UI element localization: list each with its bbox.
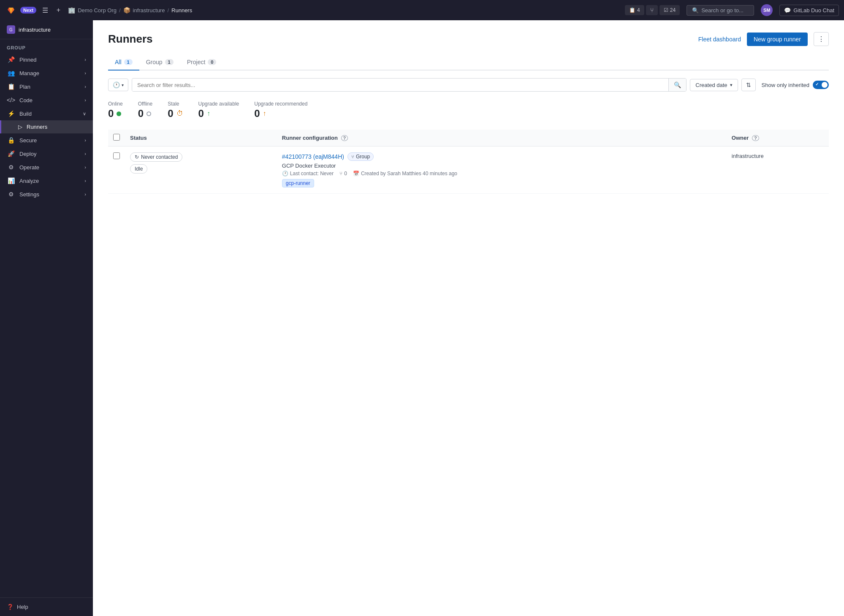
tab-project-label: Project — [187, 59, 206, 65]
jobs-count: 0 — [344, 171, 347, 176]
tab-project[interactable]: Project 0 — [180, 54, 223, 71]
created-date-label: Created date — [695, 82, 727, 88]
chevron-right-icon: › — [84, 71, 86, 76]
calendar-icon: 📅 — [353, 171, 359, 176]
user-avatar[interactable]: SM — [761, 4, 773, 16]
chevron-right-icon: › — [84, 165, 86, 170]
stat-stale: Stale 0 ⏱ — [168, 101, 183, 119]
stat-stale-label: Stale — [168, 101, 183, 107]
sidebar-item-runners-label: Runners — [27, 124, 47, 130]
settings-icon: ⚙ — [7, 191, 15, 198]
runner-description: GCP Docker Executor — [282, 163, 722, 169]
todo-icon: 📋 — [629, 7, 635, 13]
tab-all[interactable]: All 1 — [108, 54, 139, 71]
chevron-right-icon: › — [84, 98, 86, 103]
sidebar-item-build-label: Build — [19, 111, 32, 117]
group-type-icon: ⑂ — [351, 154, 354, 159]
stat-upgrade-recommended: Upgrade recommended 0 ↑ — [254, 101, 307, 119]
select-all-checkbox[interactable] — [113, 134, 120, 141]
tab-all-badge: 1 — [124, 59, 133, 65]
sidebar-item-deploy[interactable]: 🚀 Deploy › — [0, 147, 93, 160]
clock-icon: 🕐 — [282, 171, 288, 176]
created-info: 📅 Created by Sarah Matthies 40 minutes a… — [353, 171, 457, 176]
counter-issues-btn[interactable]: ☑ 24 — [659, 5, 680, 15]
sidebar-item-secure[interactable]: 🔒 Secure › — [0, 133, 93, 147]
duo-chat-label: GitLab Duo Chat — [793, 7, 834, 14]
upgrade-recommended-icon: ↑ — [263, 110, 266, 117]
sidebar-item-settings-label: Settings — [19, 191, 39, 198]
runner-tag: gcp-runner — [282, 179, 314, 187]
chevron-down-icon: ∨ — [83, 111, 86, 117]
global-search-btn[interactable]: 🔍 Search or go to... — [687, 5, 754, 16]
tab-group[interactable]: Group 1 — [139, 54, 180, 71]
secure-icon: 🔒 — [7, 137, 15, 144]
mr-icon: ⑂ — [650, 7, 654, 14]
sidebar-toggle-btn[interactable]: ☰ — [40, 5, 51, 16]
breadcrumb-group[interactable]: infrastructure — [133, 7, 165, 14]
owner-name: infrastructure — [732, 153, 764, 159]
never-contacted-badge: ↻ Never contacted — [130, 152, 182, 162]
main-content: Runners Fleet dashboard New group runner… — [93, 20, 844, 616]
sidebar-section-label: Group — [0, 39, 93, 53]
inherited-toggle[interactable]: ✓ — [813, 81, 829, 89]
col-checkbox — [108, 130, 125, 147]
counter-mr-btn[interactable]: ⑂ — [646, 5, 658, 15]
help-label: Help — [17, 604, 28, 610]
new-group-runner-btn[interactable]: New group runner — [747, 33, 808, 46]
more-options-btn[interactable]: ⋮ — [814, 32, 829, 46]
sidebar-item-manage-label: Manage — [19, 70, 39, 76]
breadcrumb-org[interactable]: Demo Corp Org — [78, 7, 117, 14]
filter-search-input[interactable] — [132, 79, 668, 91]
gitlab-logo[interactable] — [5, 4, 17, 16]
sort-btn[interactable]: ⇅ — [741, 79, 756, 91]
sidebar-help[interactable]: ❓ Help — [0, 597, 93, 616]
sidebar-item-manage[interactable]: 👥 Manage › — [0, 66, 93, 80]
show-inherited-container: Show only inherited ✓ — [762, 81, 829, 89]
created-text: Created by Sarah Matthies 40 minutes ago — [361, 171, 457, 176]
row-select-checkbox[interactable] — [113, 152, 120, 159]
tab-all-label: All — [115, 59, 122, 65]
runner-name-row: #42100773 (eajM844H) ⑂ Group — [282, 152, 722, 161]
chevron-down-icon: ▾ — [730, 82, 733, 88]
sidebar-item-pinned[interactable]: 📌 Pinned › — [0, 53, 93, 66]
sidebar-item-code[interactable]: </> Code › — [0, 93, 93, 107]
stat-online-value: 0 — [108, 108, 114, 119]
sidebar-item-plan-label: Plan — [19, 84, 30, 90]
sidebar-item-code-label: Code — [19, 97, 33, 103]
new-item-btn[interactable]: + — [54, 5, 63, 16]
sidebar-item-settings[interactable]: ⚙ Settings › — [0, 187, 93, 201]
filter-search-submit-btn[interactable]: 🔍 — [668, 79, 686, 91]
counter-todo-btn[interactable]: 📋 4 — [625, 5, 644, 15]
online-dot — [117, 111, 121, 116]
never-contacted-label: Never contacted — [141, 154, 178, 160]
row-config-cell: #42100773 (eajM844H) ⑂ Group GCP Docker … — [277, 147, 727, 194]
runner-link[interactable]: #42100773 (eajM844H) — [282, 153, 344, 160]
fleet-dashboard-btn[interactable]: Fleet dashboard — [698, 36, 741, 43]
never-contacted-icon: ↻ — [135, 154, 139, 160]
runners-table: Status Runner configuration ? Owner ? — [108, 130, 829, 194]
duo-chat-btn[interactable]: 💬 GitLab Duo Chat — [779, 5, 839, 16]
sidebar-item-runners[interactable]: ▷ Runners — [0, 120, 93, 133]
filter-history-btn[interactable]: 🕐 ▾ — [108, 79, 128, 91]
runner-meta-row: 🕐 Last contact: Never ⑂ 0 📅 Created by S — [282, 171, 722, 176]
manage-icon: 👥 — [7, 70, 15, 76]
plan-icon: 📋 — [7, 83, 15, 90]
sidebar-item-plan[interactable]: 📋 Plan › — [0, 80, 93, 93]
toggle-check-icon: ✓ — [815, 82, 819, 87]
group-icon: G — [7, 25, 15, 34]
stat-online: Online 0 — [108, 101, 123, 119]
code-icon: </> — [7, 97, 15, 103]
show-inherited-label: Show only inherited — [762, 82, 809, 88]
sidebar-item-analyze[interactable]: 📊 Analyze › — [0, 174, 93, 187]
sidebar-item-build[interactable]: ⚡ Build ∨ — [0, 107, 93, 120]
sidebar-item-secure-label: Secure — [19, 137, 37, 144]
jobs-info: ⑂ 0 — [339, 171, 347, 176]
runner-config-help-icon[interactable]: ? — [341, 135, 348, 141]
sidebar-item-operate[interactable]: ⚙ Operate › — [0, 160, 93, 174]
breadcrumb-current: Runners — [171, 7, 192, 14]
help-icon: ❓ — [7, 604, 14, 610]
issues-count: 24 — [670, 7, 676, 13]
owner-help-icon[interactable]: ? — [752, 135, 759, 141]
stat-offline-value: 0 — [138, 108, 144, 119]
created-date-btn[interactable]: Created date ▾ — [690, 79, 738, 91]
